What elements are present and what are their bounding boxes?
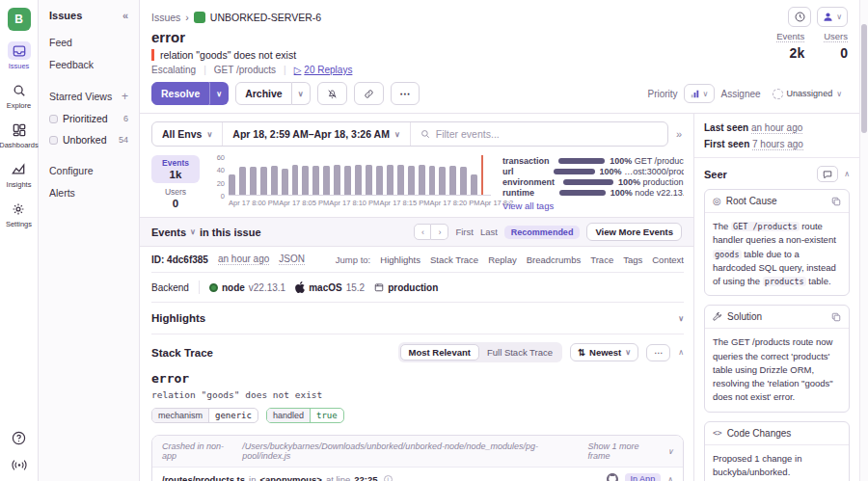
starred-view-prioritized[interactable]: Prioritized 6 (49, 113, 128, 124)
chart-bar[interactable] (376, 166, 383, 195)
chart-bar[interactable] (419, 165, 425, 195)
tag-row[interactable]: url 100% …ost:3000/products (502, 166, 684, 176)
sidenav-item[interactable]: Alerts (49, 187, 128, 199)
breadcrumb-project[interactable]: UNBORKED-SERVER-6 (210, 12, 321, 23)
jump-link[interactable]: Context (652, 254, 684, 265)
prev-event-button[interactable]: ‹ (414, 224, 431, 240)
recommended-pill[interactable]: Recommended (504, 226, 581, 239)
mechanism-tag[interactable]: mechanismgeneric (151, 408, 258, 423)
collapsed-frame-row[interactable]: Crashed in non-app /Users/buckybarnes/Do… (152, 436, 683, 467)
chart-bar[interactable] (344, 166, 351, 195)
view-all-tags-link[interactable]: View all tags (502, 200, 684, 211)
collapse-sidebar-icon[interactable]: « (122, 10, 128, 21)
replays-link[interactable]: ▷20 Replays (294, 65, 353, 75)
stack-more-button[interactable]: ⋯ (646, 344, 670, 361)
subscribe-button[interactable] (317, 82, 347, 105)
sort-select[interactable]: ⇅Newest∨ (570, 343, 638, 361)
handled-tag[interactable]: handledtrue (266, 408, 344, 423)
tag-row[interactable]: environment 100% production (502, 176, 684, 187)
chart-bar[interactable] (260, 167, 267, 195)
chart-bar[interactable] (282, 169, 288, 195)
expand-sidebar-icon[interactable]: » (674, 128, 684, 140)
resolve-button[interactable]: Resolve (151, 82, 209, 105)
show-more-frames-link[interactable]: Show 1 more frame (588, 441, 664, 461)
chevron-down-icon[interactable]: ∨ (678, 314, 684, 323)
full-stack-trace-tab[interactable]: Full Stack Trace (479, 345, 560, 360)
last-seen-value[interactable]: an hour ago (751, 122, 802, 134)
chart-bar[interactable] (250, 167, 257, 195)
copy-icon[interactable] (831, 312, 841, 322)
seer-feedback-button[interactable] (817, 166, 838, 182)
priority-select[interactable]: ∨ (684, 84, 716, 103)
last-event-link[interactable]: Last (480, 227, 498, 237)
chart-bar[interactable] (323, 166, 330, 195)
active-frame-row[interactable]: /routes/products.ts in <anonymous> at li… (152, 467, 683, 481)
tag-row[interactable]: runtime 100% node v22.13.1 (502, 187, 684, 198)
chart-bar[interactable] (229, 174, 235, 195)
first-event-link[interactable]: First (455, 227, 473, 237)
sidebar-item-issues[interactable]: Issues (8, 41, 31, 70)
add-view-icon[interactable]: + (122, 90, 128, 103)
sidenav-item[interactable]: Configure (49, 165, 128, 176)
chart-bar[interactable] (439, 167, 446, 195)
runtime-context[interactable]: nodev22.13.1 (209, 282, 285, 293)
chart-bar[interactable] (239, 167, 246, 195)
chart-bar[interactable] (292, 165, 299, 195)
jump-link[interactable]: Stack Trace (430, 254, 478, 265)
events-in-issue-label[interactable]: Events∨in this issue (151, 227, 261, 238)
highlights-section[interactable]: Highlights ∨ (151, 302, 684, 334)
environment-context[interactable]: production (374, 282, 438, 293)
jump-link[interactable]: Breadcrumbs (527, 254, 582, 265)
copy-icon[interactable] (831, 197, 841, 206)
org-avatar[interactable]: B (8, 8, 31, 31)
tag-row[interactable]: transaction 100% GET /products (502, 155, 684, 166)
event-time-link[interactable]: an hour ago (218, 254, 269, 265)
first-seen-value[interactable]: 7 hours ago (752, 139, 803, 150)
chart-bar[interactable] (366, 165, 372, 195)
sidenav-item[interactable]: Feedback (49, 59, 128, 70)
sidebar-item-explore[interactable]: Explore (7, 81, 31, 110)
resolve-dropdown-button[interactable]: ∨ (209, 82, 229, 105)
sidebar-item-dashboards[interactable]: Dashboards (0, 120, 39, 149)
jump-link[interactable]: Tags (623, 254, 642, 265)
os-context[interactable]: macOS15.2 (295, 281, 365, 293)
chart-bar[interactable] (387, 165, 393, 195)
help-icon[interactable] (12, 431, 26, 445)
breadcrumb-issues[interactable]: Issues (151, 12, 180, 23)
github-icon[interactable] (607, 473, 618, 481)
chart-bar[interactable] (397, 165, 404, 195)
json-link[interactable]: JSON (279, 254, 305, 265)
chevron-up-icon[interactable]: ∧ (667, 475, 673, 481)
date-range-filter[interactable]: Apr 18, 2:59 AM–Apr 18, 3:26 AM∨ (222, 122, 409, 146)
chevron-up-icon[interactable]: ∧ (678, 348, 684, 357)
scrollbar-thumb[interactable] (861, 24, 867, 133)
chart-bar[interactable] (312, 166, 319, 195)
more-actions-button[interactable]: ⋯ (391, 82, 420, 105)
sidebar-item-insights[interactable]: Insights (7, 160, 32, 189)
history-button[interactable] (788, 7, 811, 27)
most-relevant-tab[interactable]: Most Relevant (400, 344, 479, 361)
chart-bar[interactable] (302, 166, 309, 195)
archive-button[interactable]: Archive (235, 82, 292, 105)
jump-link[interactable]: Trace (590, 254, 613, 265)
next-event-button[interactable]: › (431, 224, 448, 240)
view-more-events-button[interactable]: View More Events (586, 223, 682, 241)
sidenav-item[interactable]: Feed (49, 37, 128, 48)
chart-bar[interactable] (408, 166, 415, 195)
chevron-up-icon[interactable]: ∧ (844, 170, 850, 178)
events-series-toggle[interactable]: Events 1k (151, 155, 200, 183)
participants-button[interactable]: ∨ (817, 7, 848, 27)
chart-bar[interactable] (271, 166, 278, 195)
jump-link[interactable]: Replay (488, 254, 517, 265)
share-button[interactable] (354, 82, 384, 105)
broadcast-icon[interactable] (12, 459, 27, 471)
archive-dropdown-button[interactable]: ∨ (292, 82, 311, 105)
jump-link[interactable]: Highlights (380, 254, 420, 265)
vertical-scrollbar[interactable] (859, 0, 868, 481)
chart-bar[interactable] (355, 165, 362, 195)
chart-bar[interactable] (334, 165, 340, 195)
info-icon[interactable]: i (384, 475, 393, 481)
chart-bar[interactable] (471, 174, 477, 195)
chart-bar[interactable] (429, 166, 436, 195)
environment-filter[interactable]: All Envs∨ (152, 122, 222, 146)
